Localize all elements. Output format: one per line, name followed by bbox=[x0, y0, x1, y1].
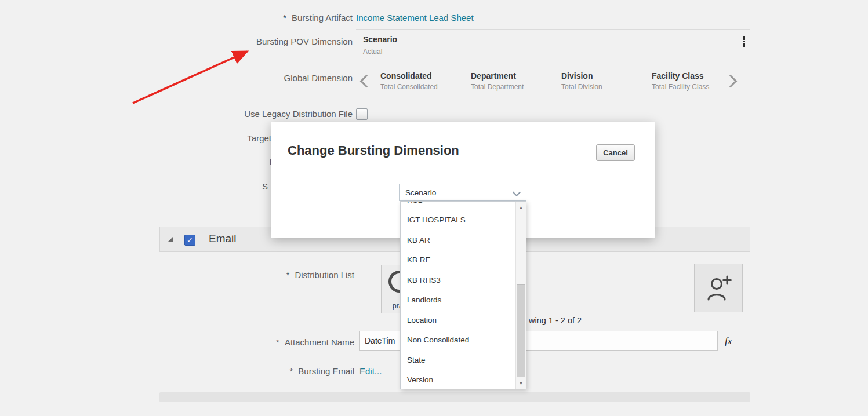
obscured-label-fragment: l bbox=[255, 157, 271, 167]
chevron-down-icon bbox=[513, 188, 521, 196]
global-dimension-item[interactable]: DivisionTotal Division bbox=[561, 71, 652, 91]
global-dimension-label: Global Dimension bbox=[145, 73, 353, 83]
function-builder-button[interactable]: fx bbox=[725, 335, 732, 347]
dimension-name: Department bbox=[471, 71, 561, 81]
paging-status: wing 1 - 2 of 2 bbox=[529, 316, 582, 325]
dropdown-option[interactable]: Landlords bbox=[401, 290, 515, 311]
add-recipient-button[interactable] bbox=[694, 264, 743, 312]
required-asterisk: * bbox=[286, 270, 290, 280]
person-plus-icon bbox=[705, 274, 733, 302]
divider bbox=[356, 29, 750, 30]
dropdown-option[interactable]: HSB bbox=[401, 202, 515, 210]
obscured-label-fragment: Target bbox=[215, 133, 271, 143]
pov-dimension-name: Scenario bbox=[363, 35, 397, 44]
dropdown-option[interactable]: Non Consolidated bbox=[401, 330, 515, 351]
dropdown-scrollbar[interactable]: ▲ ▼ bbox=[515, 202, 526, 389]
dropdown-option[interactable]: Location bbox=[401, 310, 515, 330]
dropdown-option[interactable]: KB AR bbox=[401, 230, 515, 250]
collapse-triangle-icon[interactable] bbox=[168, 236, 173, 242]
dropdown-viewport: HSBIGT HOSPITALSKB ARKB REKB RHS3Landlor… bbox=[401, 202, 515, 389]
dimension-dropdown-list-items: HSBIGT HOSPITALSKB ARKB REKB RHS3Landlor… bbox=[401, 202, 515, 389]
check-icon: ✓ bbox=[187, 236, 193, 245]
pov-menu-icon[interactable] bbox=[743, 36, 745, 47]
dropdown-option[interactable]: KB RE bbox=[401, 250, 515, 271]
obscured-label-fragment: S bbox=[255, 181, 268, 191]
required-asterisk: * bbox=[283, 13, 286, 23]
use-legacy-checkbox[interactable] bbox=[356, 108, 368, 120]
dropdown-option[interactable]: IGT HOSPITALS bbox=[401, 210, 515, 231]
dimension-name: Consolidated bbox=[380, 71, 471, 81]
cancel-button[interactable]: Cancel bbox=[596, 144, 635, 161]
pov-dimension-member: Actual bbox=[363, 48, 382, 56]
dialog-title: Change Bursting Dimension bbox=[288, 143, 459, 158]
dimension-combobox[interactable]: Scenario bbox=[399, 184, 526, 201]
scroll-up-icon[interactable]: ▲ bbox=[516, 202, 526, 213]
scrollbar-thumb[interactable] bbox=[517, 284, 525, 377]
scroll-down-icon[interactable]: ▼ bbox=[516, 377, 526, 389]
page: *Bursting Artifact Income Statement Lead… bbox=[0, 0, 868, 416]
global-dimension-item[interactable]: DepartmentTotal Department bbox=[471, 71, 561, 91]
attachment-name-label: *Attachment Name bbox=[145, 337, 354, 347]
carousel-prev-icon[interactable] bbox=[360, 75, 373, 88]
bursting-artifact-label: *Bursting Artifact bbox=[145, 13, 353, 23]
dimension-dropdown: HSBIGT HOSPITALSKB ARKB REKB RHS3Landlor… bbox=[400, 201, 526, 389]
required-asterisk: * bbox=[289, 366, 293, 376]
required-asterisk: * bbox=[276, 337, 279, 347]
use-legacy-label: Use Legacy Distribution File bbox=[145, 109, 353, 119]
distribution-list-label: *Distribution List bbox=[145, 270, 354, 280]
email-section-title: Email bbox=[209, 232, 237, 245]
dropdown-option[interactable]: Version bbox=[401, 370, 515, 389]
dimension-member: Total Consolidated bbox=[380, 83, 471, 91]
section-footer-bar bbox=[159, 392, 750, 402]
global-dimension-item[interactable]: ConsolidatedTotal Consolidated bbox=[380, 71, 471, 91]
dropdown-option[interactable]: KB RHS3 bbox=[401, 270, 515, 290]
bursting-email-label: *Bursting Email bbox=[145, 366, 354, 376]
bursting-email-edit-link[interactable]: Edit... bbox=[359, 366, 382, 376]
dimension-member: Total Division bbox=[561, 83, 652, 91]
dimension-member: Total Department bbox=[471, 83, 561, 91]
email-checkbox[interactable]: ✓ bbox=[184, 235, 195, 246]
divider bbox=[356, 60, 750, 60]
dimension-name: Division bbox=[561, 71, 652, 81]
divider bbox=[356, 97, 750, 97]
combobox-value: Scenario bbox=[405, 188, 436, 197]
bursting-pov-label: Bursting POV Dimension bbox=[145, 37, 353, 46]
bursting-artifact-link[interactable]: Income Statement Lead Sheet bbox=[356, 13, 474, 23]
global-dimension-items: ConsolidatedTotal ConsolidatedDepartment… bbox=[380, 71, 742, 91]
dropdown-option[interactable]: State bbox=[401, 350, 515, 370]
